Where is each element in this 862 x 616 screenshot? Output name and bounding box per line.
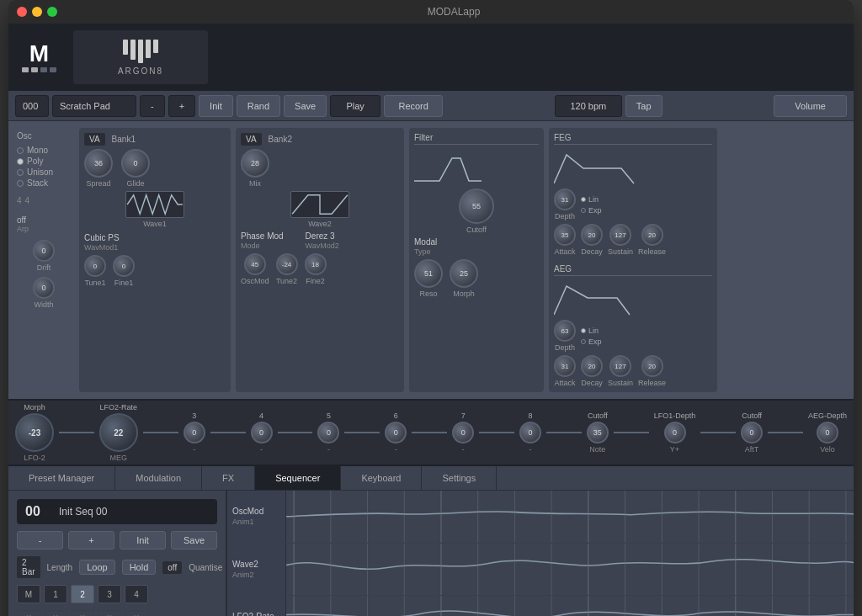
mod-knob-0[interactable]: -23: [15, 413, 54, 452]
seq-x-2[interactable]: X: [71, 610, 94, 616]
aeg-exp[interactable]: Exp: [581, 337, 602, 346]
stack-radio[interactable]: Stack: [17, 178, 71, 188]
mod-knob-2[interactable]: 0: [184, 422, 205, 443]
rand-button[interactable]: Rand: [237, 95, 280, 117]
tune2-knob[interactable]: -24: [276, 253, 298, 275]
seq-x-0[interactable]: X: [17, 610, 40, 616]
cutoff-knob[interactable]: 55: [459, 189, 494, 224]
mod-line-5: [412, 432, 447, 433]
device-selector[interactable]: ARGON8: [73, 30, 208, 84]
width-knob-container: 0 Width: [17, 277, 71, 309]
seq-step-2[interactable]: 2: [71, 585, 94, 603]
seq-step-4[interactable]: 4: [125, 585, 148, 603]
init-button[interactable]: Init: [199, 95, 233, 117]
mod-knob-11[interactable]: 0: [817, 422, 838, 443]
reso-knob[interactable]: 51: [414, 259, 443, 288]
feg-exp[interactable]: Exp: [581, 206, 602, 215]
bar5: [153, 40, 158, 53]
mod-item-1: LFO2-Rate 22 MEG: [99, 403, 138, 462]
seq-step-0[interactable]: M: [17, 585, 40, 603]
seq-x-1[interactable]: X: [44, 610, 67, 616]
mode-label: Mode: [241, 242, 284, 250]
fine2-knob[interactable]: 18: [305, 253, 327, 275]
maximize-button[interactable]: [47, 7, 57, 17]
mod-knob-1[interactable]: 22: [99, 413, 138, 452]
drift-knob[interactable]: 0: [33, 240, 55, 262]
plus-button[interactable]: +: [168, 95, 195, 117]
minimize-button[interactable]: [32, 7, 42, 17]
fine1-knob[interactable]: 0: [113, 255, 135, 277]
feg-release-knob[interactable]: 20: [641, 224, 663, 246]
filter-type-label: Type: [414, 247, 437, 256]
seq-loop[interactable]: Loop: [79, 560, 114, 575]
seq-hold[interactable]: Hold: [122, 560, 157, 575]
mod-knob-7[interactable]: 0: [519, 422, 541, 443]
aeg-release-label: Release: [638, 379, 666, 387]
seq-init[interactable]: Init: [120, 531, 166, 550]
seq-plus[interactable]: +: [68, 531, 114, 550]
filter-knobs: 51 Reso 25 Morph: [414, 259, 539, 298]
mod-val-3: 0: [259, 428, 263, 437]
bpm-display[interactable]: 120 bpm: [555, 95, 622, 117]
tab-preset-manager[interactable]: Preset Manager: [8, 466, 115, 490]
save-button[interactable]: Save: [284, 95, 327, 117]
mod-top-9: LFO1-Depth: [654, 412, 696, 420]
width-knob[interactable]: 0: [33, 277, 55, 299]
oscmod-knob[interactable]: 45: [244, 253, 266, 275]
mod-knob-3[interactable]: 0: [251, 422, 273, 443]
mix-knob[interactable]: 28: [241, 149, 269, 178]
aeg-decay-knob[interactable]: 20: [581, 355, 603, 377]
feg-depth-knob[interactable]: 31: [554, 189, 576, 210]
osc1-section: VA Bank1 36 Spread 0 Glide: [79, 128, 231, 392]
mod-knob-8[interactable]: 35: [587, 422, 609, 443]
seq-step-3[interactable]: 3: [98, 585, 121, 603]
tune1-knob[interactable]: 0: [84, 255, 106, 277]
mono-radio[interactable]: Mono: [17, 146, 71, 155]
spread-knob[interactable]: 36: [84, 149, 113, 178]
mod-line-10: [768, 432, 803, 433]
feg-sustain-knob[interactable]: 127: [609, 224, 631, 246]
seq-x-4[interactable]: X: [125, 610, 148, 616]
mod-item-5: 6 0 -: [385, 412, 407, 454]
seq-save[interactable]: Save: [171, 531, 217, 550]
unison-radio[interactable]: Unison: [17, 167, 71, 177]
feg-decay-knob[interactable]: 20: [581, 224, 603, 246]
seq-minus[interactable]: -: [17, 531, 63, 550]
logo-dot-3: [40, 67, 47, 72]
tab-settings[interactable]: Settings: [422, 466, 497, 490]
aeg-release-knob[interactable]: 20: [641, 355, 663, 377]
fine2-value: 18: [311, 261, 319, 268]
tab-fx[interactable]: FX: [202, 466, 255, 490]
mod-knob-5[interactable]: 0: [385, 422, 407, 443]
seq-step-1[interactable]: 1: [44, 585, 67, 603]
close-button[interactable]: [17, 7, 27, 17]
tab-modulation[interactable]: Modulation: [115, 466, 202, 490]
mod-top-2: 3: [192, 412, 196, 420]
aeg-depth-knob[interactable]: 63: [554, 320, 576, 342]
minus-button[interactable]: -: [140, 95, 165, 117]
record-button[interactable]: Record: [384, 95, 443, 117]
seq-x-3[interactable]: X: [98, 610, 121, 616]
mod-knob-10[interactable]: 0: [741, 422, 763, 443]
fine1-label: Fine1: [114, 279, 134, 287]
mod-top-7: 8: [529, 412, 533, 420]
play-button[interactable]: Play: [330, 95, 380, 117]
glide-knob[interactable]: 0: [121, 149, 150, 178]
morph-knob[interactable]: 25: [450, 259, 478, 288]
aeg-sustain-knob[interactable]: 127: [609, 355, 631, 377]
mod-knob-4[interactable]: 0: [317, 422, 339, 443]
tab-sequencer[interactable]: Sequencer: [255, 466, 341, 490]
poly-radio[interactable]: Poly: [17, 157, 71, 166]
volume-control[interactable]: Volume: [774, 95, 847, 117]
tap-button[interactable]: Tap: [625, 95, 662, 117]
tab-keyboard[interactable]: Keyboard: [341, 466, 422, 490]
filter-svg: [414, 151, 482, 185]
feg-lin[interactable]: Lin: [581, 195, 602, 204]
aeg-lin[interactable]: Lin: [581, 327, 602, 335]
mod-knob-6[interactable]: 0: [452, 422, 474, 443]
mod-knob-9[interactable]: 0: [664, 422, 686, 443]
aeg-attack-knob[interactable]: 31: [554, 355, 576, 377]
stack-circle: [17, 180, 24, 187]
feg-attack-knob[interactable]: 35: [554, 224, 576, 246]
tab-bar: Preset ManagerModulationFXSequencerKeybo…: [8, 466, 854, 491]
